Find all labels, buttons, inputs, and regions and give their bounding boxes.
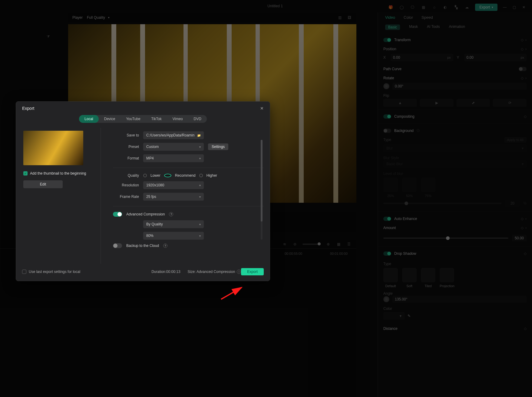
export-confirm-button[interactable]: Export bbox=[241, 268, 264, 275]
close-icon[interactable]: ✕ bbox=[260, 106, 264, 111]
edit-button[interactable]: Edit bbox=[23, 180, 63, 188]
export-left-pane: ✔ Add the thumbnail to the beginning Edi… bbox=[22, 128, 101, 264]
export-footer: Use last export settings for local Durat… bbox=[16, 264, 270, 277]
framerate-label: Frame Rate bbox=[113, 195, 139, 199]
export-tab-device[interactable]: Device bbox=[99, 117, 121, 121]
adv-mode-select[interactable]: By Quality▾ bbox=[143, 220, 204, 228]
export-tabs: Local Device YouTube TikTok Vimeo DVD bbox=[79, 115, 207, 123]
framerate-select[interactable]: 25 fps▾ bbox=[143, 193, 204, 201]
export-modal: Export ✕ Local Device YouTube TikTok Vim… bbox=[16, 101, 270, 281]
duration-label: Duration: bbox=[151, 270, 166, 274]
use-last-label: Use last export settings for local bbox=[29, 270, 80, 274]
use-last-checkbox[interactable] bbox=[22, 270, 26, 274]
resolution-select[interactable]: 1920x1080▾ bbox=[143, 181, 204, 189]
export-tab-youtube[interactable]: YouTube bbox=[121, 117, 146, 121]
thumbnail-checkbox[interactable]: ✔ Add the thumbnail to the beginning bbox=[23, 171, 94, 176]
export-tab-dvd[interactable]: DVD bbox=[188, 117, 207, 121]
format-label: Format bbox=[113, 156, 139, 160]
quality-recommend-radio[interactable] bbox=[164, 174, 171, 177]
quality-label: Quality bbox=[113, 173, 139, 178]
resolution-label: Resolution bbox=[113, 183, 139, 187]
backup-cloud-toggle[interactable] bbox=[113, 243, 122, 248]
quality-higher-radio[interactable] bbox=[199, 174, 203, 177]
export-title: Export bbox=[22, 106, 34, 111]
quality-lower-radio[interactable] bbox=[143, 174, 147, 177]
quality-radios: Lower Recommend Higher bbox=[143, 173, 217, 178]
info-icon[interactable]: ? bbox=[169, 212, 173, 216]
export-right-pane: Save to C:/Users/ws/AppData/Roamin 📁 Pre… bbox=[101, 128, 264, 264]
info-icon[interactable]: i bbox=[237, 270, 241, 274]
info-icon[interactable]: ? bbox=[163, 244, 167, 248]
thumbnail-checkbox-label: Add the thumbnail to the beginning bbox=[30, 171, 86, 176]
preset-label: Preset bbox=[113, 145, 139, 149]
quality-lower-label: Lower bbox=[150, 173, 160, 178]
export-tab-vimeo[interactable]: Vimeo bbox=[167, 117, 188, 121]
folder-icon[interactable]: 📁 bbox=[197, 134, 201, 137]
save-to-label: Save to bbox=[113, 133, 139, 137]
save-to-field[interactable]: C:/Users/ws/AppData/Roamin 📁 bbox=[143, 131, 204, 139]
advanced-compression-label: Advanced Compression bbox=[126, 212, 165, 216]
backup-cloud-label: Backup to the Cloud bbox=[126, 244, 159, 248]
export-thumbnail bbox=[23, 131, 83, 165]
export-tab-local[interactable]: Local bbox=[79, 115, 99, 123]
quality-higher-label: Higher bbox=[207, 173, 217, 178]
duration-value: 00:00:13 bbox=[166, 270, 180, 274]
preset-select[interactable]: Custom▾ bbox=[143, 143, 204, 151]
export-scrollbar[interactable] bbox=[261, 140, 263, 240]
advanced-compression-toggle[interactable] bbox=[113, 212, 122, 217]
format-select[interactable]: MP4▾ bbox=[143, 154, 204, 162]
size-label: Size: Advanced Compression bbox=[188, 270, 235, 274]
preset-settings-button[interactable]: Settings bbox=[208, 143, 228, 150]
adv-pct-select[interactable]: 80%▾ bbox=[143, 232, 204, 240]
export-tab-tiktok[interactable]: TikTok bbox=[146, 117, 167, 121]
quality-recommend-label: Recommend bbox=[175, 173, 196, 178]
